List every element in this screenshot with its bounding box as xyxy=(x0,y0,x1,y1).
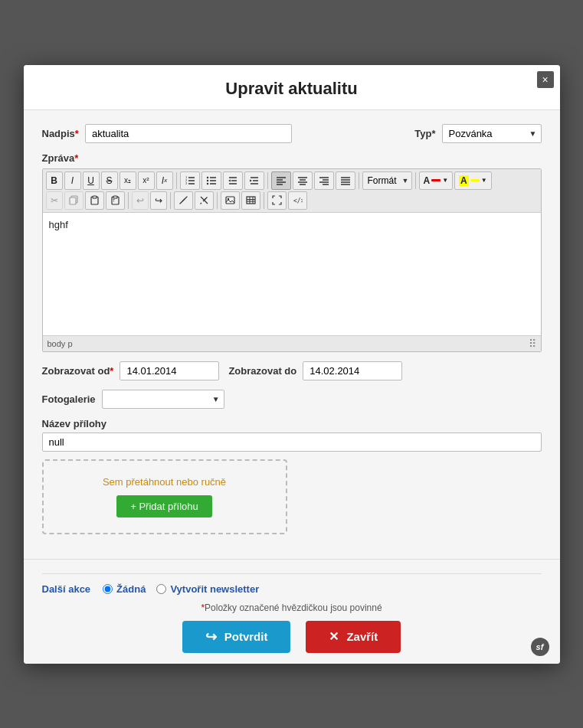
nazev-prilohy-label: Název přílohy xyxy=(42,418,542,429)
font-color-indicator xyxy=(431,179,441,181)
unlink-button[interactable] xyxy=(195,191,214,210)
toolbar-separator-5 xyxy=(128,192,129,209)
link-button[interactable] xyxy=(174,191,193,210)
align-center-button[interactable] xyxy=(293,171,313,190)
strikethrough-button[interactable]: S xyxy=(101,171,118,190)
editor-wrap: B I U S x₂ x² Ix 123 xyxy=(42,168,542,352)
close-modal-button[interactable]: ✕ Zavřít xyxy=(306,621,401,653)
toolbar-separator-4 xyxy=(415,172,416,189)
sf-logo: sf xyxy=(531,638,549,656)
outdent-button[interactable] xyxy=(223,171,243,190)
close-modal-icon: ✕ xyxy=(329,629,339,644)
close-modal-label: Zavřít xyxy=(346,630,378,643)
italic-button[interactable]: I xyxy=(64,171,81,190)
fotogalerie-select-wrap xyxy=(102,390,224,409)
image-button[interactable] xyxy=(221,191,240,210)
zobrazovat-od-group: Zobrazovat od* xyxy=(42,361,220,380)
format-dropdown-wrap: Formát xyxy=(362,171,412,190)
typ-select-wrap: Pozvánka Aktualita Zpráva xyxy=(442,124,542,143)
zprava-label: Zpráva* xyxy=(42,152,542,164)
modal-close-button[interactable]: × xyxy=(537,71,554,88)
nadpis-typ-row: Nadpis* Typ* Pozvánka Aktualita Zpráva xyxy=(42,124,542,143)
radio-newsletter-input[interactable] xyxy=(156,584,166,594)
footer-divider xyxy=(42,573,542,574)
zobrazovat-od-label: Zobrazovat od* xyxy=(42,365,114,377)
bg-color-indicator xyxy=(470,179,480,181)
fotogalerie-select[interactable] xyxy=(102,390,224,409)
bold-button[interactable]: B xyxy=(46,171,63,190)
svg-point-9 xyxy=(206,176,208,178)
editor-status-text: body p xyxy=(47,339,73,348)
zobrazovat-do-label: Zobrazovat do xyxy=(228,365,296,377)
indent-button[interactable] xyxy=(244,171,264,190)
radio-zadna-input[interactable] xyxy=(103,584,113,594)
svg-text:T: T xyxy=(113,198,115,203)
action-row: ↪ Potvrdit ✕ Zavřít xyxy=(42,621,542,653)
zobrazovat-od-input[interactable] xyxy=(120,361,219,380)
confirm-button[interactable]: ↪ Potvrdit xyxy=(182,621,291,653)
svg-marker-19 xyxy=(250,179,252,181)
toolbar-separator-6 xyxy=(170,192,171,209)
zobrazovat-do-group: Zobrazovat do xyxy=(228,361,402,380)
toolbar-separator-8 xyxy=(264,192,264,209)
underline-button[interactable]: U xyxy=(83,171,100,190)
bg-color-button[interactable]: A ▼ xyxy=(454,171,492,190)
align-right-button[interactable] xyxy=(314,171,334,190)
dalsi-akce-label: Další akce xyxy=(42,583,91,595)
editor-content[interactable]: hghf xyxy=(43,213,541,335)
toolbar-row-1: B I U S x₂ x² Ix 123 xyxy=(46,171,538,190)
cut-button[interactable]: ✂ xyxy=(46,191,63,210)
justify-button[interactable] xyxy=(336,171,355,190)
undo-button[interactable]: ↩ xyxy=(132,191,149,210)
nadpis-input[interactable] xyxy=(85,124,292,143)
table-button[interactable] xyxy=(241,191,260,210)
bg-color-label: A xyxy=(459,175,469,186)
toolbar-separator-7 xyxy=(217,192,218,209)
paste-plain-button[interactable]: T xyxy=(106,191,125,210)
fullscreen-button[interactable] xyxy=(267,191,287,210)
modal-header: Upravit aktualitu × xyxy=(24,65,560,110)
modal-body: Nadpis* Typ* Pozvánka Aktualita Zpráva Z… xyxy=(24,110,560,559)
confirm-icon: ↪ xyxy=(205,628,217,645)
required-note: *Položky označené hvězdičkou jsou povinn… xyxy=(42,602,542,613)
confirm-label: Potvrdit xyxy=(224,630,268,643)
toolbar-separator-2 xyxy=(267,172,268,189)
radio-zadna-option: Žádná xyxy=(103,583,146,595)
svg-marker-15 xyxy=(228,179,231,181)
copy-button[interactable] xyxy=(64,191,84,210)
clear-format-button[interactable]: Ix xyxy=(156,171,173,190)
subscript-button[interactable]: x₂ xyxy=(120,171,136,190)
svg-rect-44 xyxy=(226,197,234,204)
nazev-prilohy-input[interactable] xyxy=(42,433,542,452)
source-button[interactable]: </> xyxy=(288,191,307,210)
bg-color-chevron: ▼ xyxy=(481,177,487,184)
svg-rect-39 xyxy=(93,196,97,198)
modal-footer: Další akce Žádná Vytvořit newsletter *Po… xyxy=(24,559,560,664)
svg-rect-46 xyxy=(247,197,255,204)
unordered-list-button[interactable] xyxy=(201,171,221,190)
typ-label: Typ* xyxy=(414,128,435,139)
zobrazovat-do-input[interactable] xyxy=(303,361,402,380)
typ-select[interactable]: Pozvánka Aktualita Zpráva xyxy=(442,124,542,143)
fotogalerie-label: Fotogalerie xyxy=(42,393,96,405)
drop-text: Sem přetáhnout nebo ručně xyxy=(59,476,270,488)
fotogalerie-row: Fotogalerie xyxy=(42,390,542,409)
superscript-button[interactable]: x² xyxy=(138,171,155,190)
radio-zadna-label: Žádná xyxy=(116,583,146,595)
align-left-button[interactable] xyxy=(271,171,291,190)
svg-text:3: 3 xyxy=(185,181,188,185)
redo-button[interactable]: ↪ xyxy=(150,191,167,210)
modal-title: Upravit aktualitu xyxy=(39,79,545,99)
font-color-button[interactable]: A ▼ xyxy=(419,171,454,190)
resize-handle[interactable]: ⠿ xyxy=(529,338,536,350)
format-dropdown[interactable]: Formát xyxy=(362,171,412,190)
date-row: Zobrazovat od* Zobrazovat do xyxy=(42,361,542,380)
paste-button[interactable] xyxy=(85,191,104,210)
font-color-label: A xyxy=(424,175,431,186)
svg-point-10 xyxy=(206,179,208,181)
radio-newsletter-label: Vytvořit newsletter xyxy=(170,583,259,595)
add-priloha-button[interactable]: + Přidat přílohu xyxy=(116,495,212,517)
drop-area: Sem přetáhnout nebo ručně + Přidat přílo… xyxy=(42,459,287,534)
ordered-list-button[interactable]: 123 xyxy=(180,171,200,190)
toolbar-separator-3 xyxy=(359,172,359,189)
